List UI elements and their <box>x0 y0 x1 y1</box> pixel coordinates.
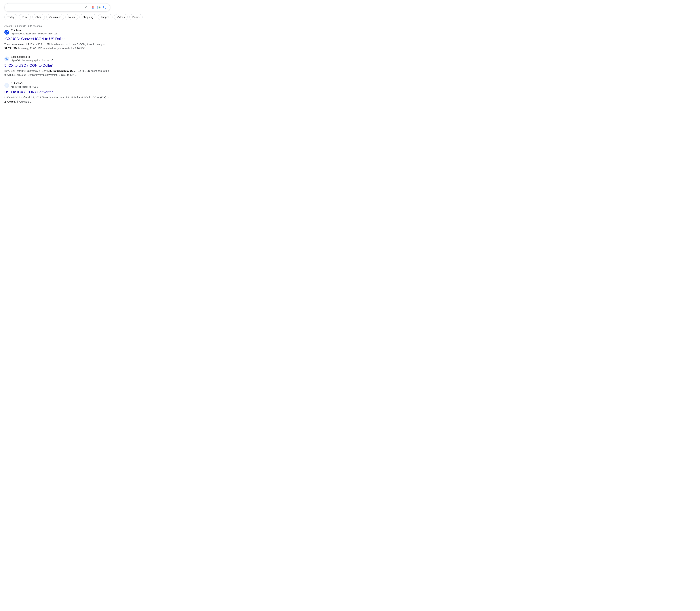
result-item-2: C CoinChefs https://coinchefs.com › USD … <box>4 82 112 103</box>
lens-icon[interactable] <box>97 5 101 10</box>
site-url-0: https://www.coinbase.com › converter › i… <box>11 32 57 35</box>
tab-images[interactable]: Images <box>98 14 113 20</box>
mic-icon[interactable] <box>91 5 95 10</box>
site-url-row-1: https://bitcoinsprice.org › price › icx … <box>11 58 59 62</box>
result-item-1: Bitcoinsprice.org https://bitcoinsprice.… <box>4 55 112 77</box>
result-source-0: Coinbase https://www.coinbase.com › conv… <box>4 29 112 36</box>
tab-price[interactable]: Price <box>19 14 31 20</box>
site-meta-2: CoinChefs https://coinchefs.com › USD ⋮ <box>11 82 43 89</box>
tabs-bar: TodayPriceChartCalculatorNewsShoppingIma… <box>0 12 700 22</box>
site-meta-0: Coinbase https://www.coinbase.com › conv… <box>11 29 62 36</box>
site-name-0: Coinbase <box>11 29 62 32</box>
site-icon-1 <box>4 57 9 61</box>
more-options-icon-1[interactable]: ⋮ <box>55 58 59 62</box>
result-link-0[interactable]: ICX/USD: Convert ICON to US Dollar <box>4 36 112 41</box>
search-icons: ✕ <box>84 5 107 10</box>
more-options-icon-0[interactable]: ⋮ <box>59 32 62 36</box>
svg-text:C: C <box>6 85 7 86</box>
tab-calculator[interactable]: Calculator <box>46 14 64 20</box>
more-options-icon-2[interactable]: ⋮ <box>40 85 43 89</box>
site-url-2: https://coinchefs.com › USD <box>11 86 38 88</box>
search-icon[interactable] <box>103 5 107 10</box>
result-link-2[interactable]: USD to ICX (ICON) Converter <box>4 90 112 94</box>
result-item-0: Coinbase https://www.coinbase.com › conv… <box>4 29 112 50</box>
svg-point-2 <box>98 7 99 8</box>
result-snippet-1: Buy / Sell Instantly! Yesterday 5 ICX= 1… <box>4 69 112 77</box>
search-input[interactable]: 5 ICX to USD <box>8 6 83 9</box>
tab-videos[interactable]: Videos <box>114 14 128 20</box>
site-url-1: https://bitcoinsprice.org › price › icx … <box>11 59 54 62</box>
site-icon-2: C <box>4 83 9 88</box>
result-snippet-0: The current value of 1 ICX is $0.21 USD.… <box>4 42 112 50</box>
tab-today[interactable]: Today <box>4 14 17 20</box>
clear-icon[interactable]: ✕ <box>84 5 87 10</box>
site-name-1: Bitcoinsprice.org <box>11 55 59 58</box>
result-source-2: C CoinChefs https://coinchefs.com › USD … <box>4 82 112 89</box>
site-url-row-0: https://www.coinbase.com › converter › i… <box>11 32 62 36</box>
header: 5 ICX to USD ✕ <box>0 0 700 12</box>
tab-books[interactable]: Books <box>129 14 143 20</box>
search-bar: 5 ICX to USD ✕ <box>4 3 110 12</box>
tab-chart[interactable]: Chart <box>32 14 45 20</box>
results-container: Coinbase https://www.coinbase.com › conv… <box>0 29 117 104</box>
site-url-row-2: https://coinchefs.com › USD ⋮ <box>11 85 43 89</box>
site-meta-1: Bitcoinsprice.org https://bitcoinsprice.… <box>11 55 59 62</box>
site-name-2: CoinChefs <box>11 82 43 85</box>
tab-news[interactable]: News <box>65 14 78 20</box>
tab-shopping[interactable]: Shopping <box>79 14 97 20</box>
result-source-1: Bitcoinsprice.org https://bitcoinsprice.… <box>4 55 112 62</box>
result-snippet-2: USD to ICX. As of April 15, 2023 (Saturd… <box>4 95 112 103</box>
results-info: About 21,600 results (0.84 seconds) <box>0 22 700 29</box>
site-icon-0 <box>4 30 9 35</box>
result-link-1[interactable]: 5 ICX to USD (ICON to Dollar) <box>4 63 112 68</box>
